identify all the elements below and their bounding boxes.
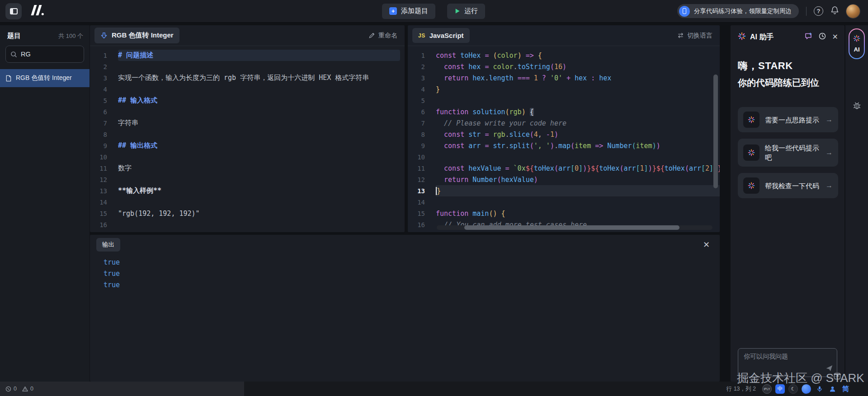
language-tab[interactable]: JS JavaScript <box>412 28 470 43</box>
search-icon <box>10 51 17 58</box>
ai-suggestion-card[interactable]: 需要一点思路提示→ <box>738 107 838 132</box>
app-logo[interactable] <box>30 5 44 17</box>
horizontal-scrollbar[interactable] <box>437 225 712 230</box>
problem-line[interactable]: 11数字 <box>90 163 405 174</box>
bell-icon[interactable] <box>830 6 839 17</box>
problem-line[interactable]: 7字符串 <box>90 117 405 129</box>
code-line[interactable]: 12 return Number(hexValue) <box>408 174 720 185</box>
tray-icon-contacts[interactable] <box>828 384 837 394</box>
tray-icon-microphone[interactable] <box>815 384 824 394</box>
ai-input-placeholder: 你可以问我问题 <box>738 349 837 365</box>
ai-suggestion-cards: 需要一点思路提示→给我一些代码提示吧→帮我检查一下代码→ <box>738 107 838 198</box>
problem-list: RGB 色值转 Integer <box>0 69 90 87</box>
tray-icon-apps-grid[interactable] <box>854 384 863 394</box>
problem-line[interactable]: 8 <box>90 129 405 140</box>
problem-count: 共 100 个 <box>58 32 83 40</box>
code-editor[interactable]: 1const toHex = (color) => {2 const hex =… <box>408 47 720 232</box>
arrow-right-icon: → <box>826 149 833 157</box>
switch-language-button[interactable]: 切换语言 <box>677 32 712 40</box>
horizontal-scrollbar-thumb[interactable] <box>464 225 679 230</box>
ai-suggestion-card[interactable]: 给我一些代码提示吧→ <box>738 139 838 167</box>
problem-line[interactable]: 14 <box>90 196 405 208</box>
problem-line[interactable]: 13**输入样例** <box>90 185 405 196</box>
problem-line[interactable]: 2 <box>90 61 405 72</box>
problem-line[interactable]: 4 <box>90 84 405 95</box>
code-line[interactable]: 8 const str = rgb.slice(4, -1) <box>408 129 720 140</box>
promo-banner-text: 分享代码练习体验，领限量定制周边 <box>694 7 792 15</box>
new-chat-icon[interactable] <box>804 32 812 42</box>
ai-toggle-button[interactable]: AI <box>849 28 865 59</box>
plus-icon: + <box>389 7 397 15</box>
problem-line[interactable]: 15"rgb(192, 192, 192)" <box>90 208 405 219</box>
problem-line[interactable]: 16 <box>90 219 405 230</box>
output-line: true <box>104 268 720 279</box>
promo-banner[interactable]: 分享代码练习体验，领限量定制周边 <box>677 4 799 18</box>
sidebar-toggle-button[interactable] <box>5 3 22 19</box>
ai-panel-title: AI 助手 <box>750 33 800 42</box>
code-line[interactable]: 15function main() { <box>408 208 720 219</box>
problem-line[interactable]: 3实现一个函数，输入为长度为三的 rgb 字符串，返回为十六进制 HEX 格式字… <box>90 72 405 84</box>
code-line[interactable]: 1const toHex = (color) => { <box>408 50 720 61</box>
problem-tab[interactable]: RGB 色值转 Integer <box>94 28 179 43</box>
ai-chip-label: AI <box>854 46 860 53</box>
topbar-divider <box>806 7 807 16</box>
problem-line[interactable]: 5## 输入格式 <box>90 95 405 106</box>
problem-line[interactable]: 6 <box>90 106 405 117</box>
app-window: { "topbar": { "add_button": "添加题目", "run… <box>0 0 868 396</box>
arrow-right-icon: → <box>826 182 833 190</box>
tray-icon-simpread[interactable]: 简 <box>841 384 850 394</box>
add-problem-button[interactable]: + 添加题目 <box>382 4 435 19</box>
problem-editor[interactable]: 1# 问题描述23实现一个函数，输入为长度为三的 rgb 字符串，返回为十六进制… <box>90 47 405 232</box>
run-button[interactable]: 运行 <box>447 4 485 19</box>
tray-icon-iply[interactable]: iPLY <box>762 384 772 394</box>
warnings-status[interactable]: 0 <box>22 386 33 392</box>
code-line[interactable]: 13} <box>408 185 720 196</box>
code-line[interactable]: 6function solution(rgb) { <box>408 106 720 117</box>
ai-greeting-name: 嗨，STARK <box>738 59 837 73</box>
play-icon <box>454 8 460 14</box>
output-line: true <box>104 279 720 290</box>
code-line[interactable]: 5 <box>408 95 720 106</box>
output-close-icon[interactable]: ✕ <box>703 241 710 249</box>
problem-line[interactable]: 1# 问题描述 <box>90 50 405 61</box>
ai-suggestion-card[interactable]: 帮我检查一下代码→ <box>738 173 838 198</box>
history-icon[interactable] <box>818 32 826 42</box>
tray-icon-darkmode[interactable]: ☾ <box>788 384 798 394</box>
ai-close-icon[interactable]: ✕ <box>832 33 838 41</box>
download-arrow-icon <box>100 32 108 39</box>
vertical-scrollbar[interactable] <box>713 75 718 188</box>
code-line[interactable]: 14 <box>408 196 720 208</box>
rename-button[interactable]: 重命名 <box>368 32 397 40</box>
error-icon <box>5 386 11 392</box>
code-line[interactable]: 4} <box>408 84 720 95</box>
errors-status[interactable]: 0 <box>5 386 17 392</box>
user-avatar[interactable] <box>846 5 860 18</box>
tray-icon-extension[interactable] <box>802 384 811 394</box>
help-icon[interactable]: ? <box>814 6 823 16</box>
card-sparkle-icon <box>743 177 760 194</box>
panel-toggle-icon <box>10 8 18 14</box>
sidebar-item-problem[interactable]: RGB 色值转 Integer <box>0 69 90 87</box>
output-tab[interactable]: 输出 <box>96 238 120 252</box>
code-line[interactable]: 3 return hex.length === 1 ? '0' + hex : … <box>408 72 720 84</box>
problem-line[interactable]: 12 <box>90 174 405 185</box>
problem-line[interactable]: 10 <box>90 151 405 163</box>
code-line[interactable]: 7 // Please write your code here <box>408 117 720 129</box>
popout-chat-icon[interactable] <box>832 371 842 381</box>
debug-bug-icon[interactable] <box>852 101 862 112</box>
warning-icon <box>22 386 28 392</box>
card-sparkle-icon <box>743 112 760 128</box>
code-panel: JS JavaScript 切换语言 1const toHex = (color… <box>408 25 720 232</box>
ai-chat-input[interactable]: 你可以问我问题 <box>738 348 837 377</box>
code-line[interactable]: 11 const hexValue = `0x${toHex(arr[0])}$… <box>408 163 720 174</box>
right-toolbar: AI <box>845 25 868 382</box>
code-line[interactable]: 10 <box>408 151 720 163</box>
search-input[interactable]: RG <box>5 46 84 63</box>
code-line[interactable]: 9 const arr = str.split(', ').map(item =… <box>408 140 720 151</box>
problem-line[interactable]: 9## 输出格式 <box>90 140 405 151</box>
tray-icon-translate[interactable]: 中 <box>775 384 785 394</box>
js-badge: JS <box>418 33 425 39</box>
switch-language-label: 切换语言 <box>687 32 712 40</box>
code-line[interactable]: 2 const hex = color.toString(16) <box>408 61 720 72</box>
cursor-position[interactable]: 行 13，列 2 <box>726 385 756 393</box>
